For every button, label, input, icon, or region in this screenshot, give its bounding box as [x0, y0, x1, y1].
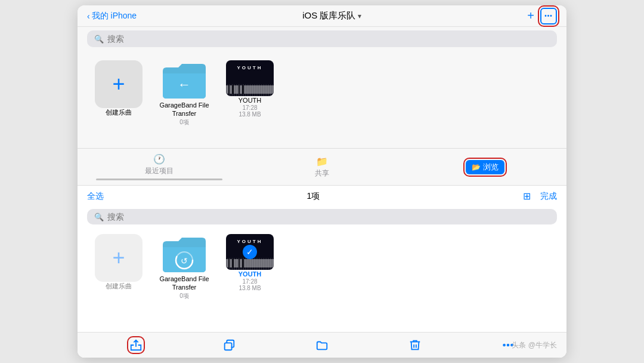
more-button[interactable]: ••• [540, 8, 557, 24]
nav-actions: + ••• [527, 8, 557, 24]
tab-shared-label: 共享 [315, 168, 329, 179]
create-icon-2: + [95, 234, 143, 282]
garageband-label-2: GarageBand FileTransfer [159, 275, 209, 292]
duplicate-button[interactable] [222, 339, 236, 352]
youth-item-selected[interactable]: YOUTH ✓ YOUTH 17:28 13.8 MB [223, 234, 277, 291]
file-search-icon: 🔍 [94, 213, 104, 222]
file-search-bar[interactable]: 🔍 [87, 209, 557, 224]
share-icon [129, 339, 143, 352]
back-label: 我的 iPhone [92, 11, 137, 21]
svg-text:←: ← [178, 77, 191, 92]
tab-browse[interactable]: 📂 浏览 [404, 149, 566, 185]
garageband-sublabel: 0项 [179, 118, 189, 127]
create-icon: + [95, 60, 143, 108]
bottom-toolbar [78, 332, 566, 358]
file-toolbar: 全选 1项 ⊞ 完成 [78, 186, 566, 207]
svg-point-6 [503, 344, 505, 346]
file-search-input[interactable] [107, 212, 550, 222]
top-nav: ‹ 我的 iPhone iOS 版库乐队 ▾ + ••• [78, 5, 566, 27]
trash-icon [408, 339, 422, 352]
search-icon: 🔍 [94, 35, 104, 44]
create-label: 创建乐曲 [106, 108, 132, 116]
delete-button[interactable] [408, 339, 422, 352]
garageband-label: GarageBand FileTransfer [159, 101, 209, 118]
recent-icon: 🕐 [153, 153, 165, 165]
folder-icon-tb [315, 339, 329, 352]
create-song-item[interactable]: + 创建乐曲 [92, 60, 145, 116]
item-count: 1项 [307, 191, 320, 202]
youth-label: YOUTH [239, 96, 262, 104]
top-section: ‹ 我的 iPhone iOS 版库乐队 ▾ + ••• 🔍 [78, 5, 566, 149]
chevron-left-icon: ‹ [87, 11, 90, 21]
page-title: iOS 版库乐队 ▾ [302, 10, 361, 21]
youth-size-2: 13.8 MB [239, 285, 261, 291]
create-label-2: 创建乐曲 [106, 282, 132, 290]
bottom-items-grid: + 创建乐曲 ↺ Garage [78, 227, 566, 307]
bottom-section: 🕐 最近项目 📁 共享 📂 浏览 全选 1项 [78, 149, 566, 358]
watermark: 头条 @牛学长 [512, 340, 557, 350]
select-all-button[interactable]: 全选 [87, 191, 104, 202]
folder-icon: ← [160, 60, 208, 101]
top-items-grid: + 创建乐曲 ← GarageBand FileTransfer 0项 [78, 51, 566, 136]
garageband-folder-item-2[interactable]: ↺ GarageBand FileTransfer 0项 [157, 234, 211, 300]
youth-time-2: 17:28 [242, 278, 257, 285]
youth-icon-2: YOUTH ✓ [226, 234, 274, 270]
share-button[interactable] [129, 339, 143, 352]
top-search-input[interactable] [107, 34, 550, 44]
create-song-item-2[interactable]: + 创建乐曲 [92, 234, 145, 290]
svg-text:↺: ↺ [181, 256, 188, 266]
youth-label-2: YOUTH [239, 270, 262, 278]
done-button[interactable]: 完成 [540, 191, 557, 202]
toolbar-right: ⊞ 完成 [523, 190, 557, 202]
youth-time: 17:28 [242, 104, 257, 111]
youth-icon: YOUTH [226, 60, 274, 96]
shared-icon: 📁 [316, 156, 328, 167]
add-button[interactable]: + [527, 9, 534, 23]
more-icon: ••• [544, 13, 553, 19]
move-to-folder-button[interactable] [315, 339, 329, 352]
top-search-bar[interactable]: 🔍 [87, 30, 557, 47]
garageband-folder-item[interactable]: ← GarageBand FileTransfer 0项 [157, 60, 211, 127]
chevron-down-icon: ▾ [358, 12, 361, 20]
folder-icon-2: ↺ [160, 234, 208, 275]
tab-recent-label: 最近项目 [145, 166, 174, 176]
back-button[interactable]: ‹ 我的 iPhone [87, 11, 137, 21]
browse-icon: 📂 [472, 163, 481, 171]
grid-view-icon[interactable]: ⊞ [523, 190, 531, 202]
tab-browse-label: 浏览 [483, 162, 499, 173]
youth-size: 13.8 MB [239, 111, 261, 118]
garageband-sublabel-2: 0项 [179, 292, 189, 300]
svg-rect-4 [225, 343, 232, 350]
tab-bar: 🕐 最近项目 📁 共享 📂 浏览 [78, 149, 566, 186]
tab-shared[interactable]: 📁 共享 [240, 149, 403, 185]
youth-item[interactable]: YOUTH YOUTH 17:28 13.8 MB [223, 60, 277, 118]
tab-recent[interactable]: 🕐 最近项目 [78, 149, 240, 185]
duplicate-icon [222, 339, 236, 352]
svg-point-5 [507, 344, 509, 346]
